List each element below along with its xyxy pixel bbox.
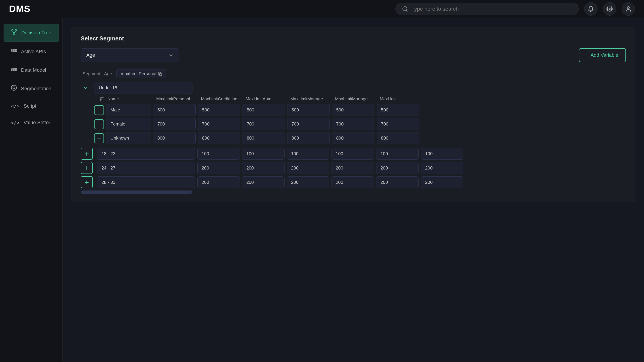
val-2427-2[interactable] [242,162,284,174]
under18-label-input[interactable] [94,82,192,94]
user-profile-button[interactable] [622,2,635,16]
max-limit-personal-tag: maxLimitPersonal [116,69,166,78]
search-bar[interactable] [396,3,579,15]
val-1823-1[interactable] [198,148,240,160]
table-row: + [94,118,626,130]
svg-point-3 [627,6,629,8]
app-logo: DMS [9,3,30,14]
name-input-male[interactable] [106,104,151,116]
chevron-down-icon [168,53,174,58]
val-unknown-5[interactable] [332,132,374,144]
val-female-5[interactable] [332,118,374,130]
script-icon: </> [11,103,20,109]
val-female-6[interactable] [377,118,419,130]
val-2427-1[interactable] [198,162,240,174]
val-male-3[interactable] [242,104,285,116]
range-input-28-33[interactable] [97,176,195,188]
settings-button[interactable] [603,2,616,16]
add-variable-button[interactable]: + Add Variable [579,48,626,62]
col-maxlimitcreditline-header: MaxLimitCreditLine [199,96,244,101]
add-row-button[interactable]: + [94,105,104,115]
col-maxlimitauto-header: MaxLimitAuto [244,96,288,101]
range-input-24-27[interactable] [97,162,195,174]
val-female-2[interactable] [198,118,240,130]
add-row-button[interactable]: + [94,133,104,143]
svg-line-8 [14,31,16,33]
range-input-18-23[interactable] [97,148,195,160]
val-2427-3[interactable] [287,162,329,174]
val-male-6[interactable] [377,104,419,116]
segment-panel: Select Segment Age + Add Variable Segmen… [72,27,635,202]
value-setter-icon: </> [11,120,20,125]
collapse-row [81,82,626,94]
delete-col-header [96,96,108,101]
val-male-4[interactable] [287,104,330,116]
svg-rect-14 [14,51,14,52]
sidebar-item-value-setter[interactable]: </> Value Setter [4,115,59,130]
svg-rect-21 [16,69,16,70]
val-2833-1[interactable] [198,176,240,188]
horizontal-scrollbar[interactable] [81,190,626,194]
sidebar-item-label: Active APIs [21,49,46,54]
data-model-icon [11,66,17,74]
val-male-5[interactable] [332,104,374,116]
val-unknown-2[interactable] [198,132,240,144]
val-2833-6[interactable] [421,176,464,188]
val-2427-6[interactable] [421,162,464,174]
bell-icon [588,6,594,12]
val-1823-6[interactable] [421,148,464,160]
svg-rect-24 [160,73,162,75]
val-unknown-1[interactable] [153,132,196,144]
search-icon [402,6,408,12]
notifications-button[interactable] [584,2,598,16]
copy-icon[interactable] [158,72,162,76]
add-outer-row-button[interactable]: + [81,148,93,160]
sidebar-item-segmentation[interactable]: Segmentation [4,80,59,97]
val-2427-5[interactable] [376,162,419,174]
col-maxlimitpersonal-header: MaxLimitPersonal [154,96,199,101]
collapse-button[interactable] [81,83,90,93]
name-input-unknown[interactable] [106,132,151,144]
under18-section: Name MaxLimitPersonal MaxLimitCreditLine… [81,82,626,144]
chevron-down-icon [83,85,88,91]
table-row: + [94,132,626,144]
val-1823-2[interactable] [242,148,284,160]
val-1823-5[interactable] [376,148,419,160]
sidebar-item-decision-tree[interactable]: Decision Tree [4,24,59,42]
scrollbar-thumb[interactable] [81,190,192,194]
col-maxlimitmortage2-header: MaxLimitMortage [333,96,378,101]
val-2833-3[interactable] [287,176,329,188]
trash-icon[interactable] [99,96,104,101]
val-female-3[interactable] [242,118,285,130]
search-input[interactable] [411,6,572,12]
segment-top-row: Age + Add Variable [81,48,626,62]
val-2427-4[interactable] [332,162,374,174]
val-unknown-4[interactable] [287,132,330,144]
add-outer-row-button[interactable]: + [81,162,93,174]
segment-dropdown[interactable]: Age [81,48,179,62]
val-unknown-3[interactable] [242,132,285,144]
sidebar-item-active-apis[interactable]: Active APIs [4,43,59,60]
val-1823-4[interactable] [332,148,374,160]
val-1823-3[interactable] [287,148,329,160]
col-maxlimi-header: MaxLimi [378,96,423,101]
sidebar-item-script[interactable]: </> Script [4,98,59,114]
svg-rect-15 [16,51,16,52]
svg-rect-18 [16,68,16,69]
val-2833-2[interactable] [242,176,284,188]
val-male-1[interactable] [153,104,196,116]
sidebar: Decision Tree Active APIs [0,18,62,362]
table-row: + [94,104,626,116]
val-female-1[interactable] [153,118,196,130]
sidebar-item-data-model[interactable]: Data Model [4,61,59,79]
val-male-2[interactable] [198,104,240,116]
val-2833-5[interactable] [376,176,419,188]
main-layout: Decision Tree Active APIs [0,18,644,362]
val-2833-4[interactable] [332,176,374,188]
add-row-button[interactable]: + [94,119,104,129]
svg-rect-11 [14,49,14,50]
add-outer-row-button[interactable]: + [81,176,93,188]
val-female-4[interactable] [287,118,330,130]
name-input-female[interactable] [106,118,151,130]
val-unknown-6[interactable] [377,132,419,144]
